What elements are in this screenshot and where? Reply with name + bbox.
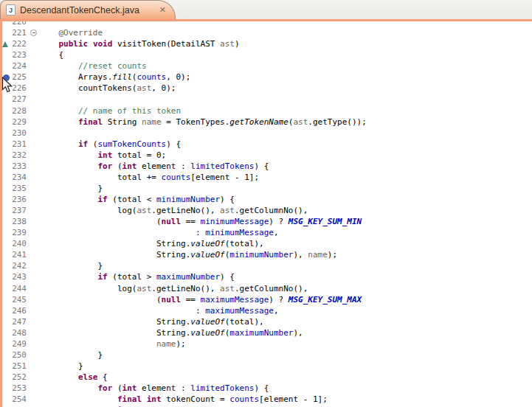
code-token: (total), (225, 317, 264, 327)
code-line[interactable]: 250 } (2, 349, 532, 361)
code-line[interactable]: 227 (2, 94, 532, 105)
code-line[interactable]: 251 } (2, 361, 532, 372)
fold-cell (30, 271, 39, 282)
code-token: public (59, 39, 89, 49)
code-token: null (162, 295, 182, 305)
code-token: total = 0; (112, 150, 166, 160)
code-line[interactable]: 246 : maximumMessage, (2, 305, 532, 316)
line-number: 228 (10, 105, 30, 116)
code-token: ( (39, 295, 162, 305)
code-token (88, 39, 93, 49)
code-line[interactable]: 223 { (2, 49, 532, 60)
code-token: ( (112, 161, 122, 171)
code-line[interactable]: 222 public void visitToken(DetailAST ast… (2, 38, 532, 49)
code-token: ) { (220, 195, 235, 204)
code-token: { (39, 50, 63, 60)
code-line[interactable]: 254 final int tokenCount = counts[elemen… (2, 394, 532, 405)
code-line[interactable]: 244 log(ast.getLineNo(), ast.getColumnNo… (2, 283, 532, 294)
code-line[interactable]: 231 if (sumTokenCounts) { (2, 139, 532, 150)
code-line[interactable]: 242 } (2, 260, 532, 271)
fold-cell (30, 227, 39, 238)
code-token: .getType()); (308, 117, 366, 127)
code-token: , (274, 306, 279, 316)
line-number: 235 (10, 183, 30, 194)
code-line[interactable]: 236 if (total < minimumNumber) { (2, 194, 532, 205)
code-line[interactable]: 253 for (int element : limitedTokens) { (2, 383, 532, 394)
code-token (39, 139, 78, 149)
editor-tab[interactable]: J DescendantTokenCheck.java ✕ (0, 0, 176, 19)
gutter-marker-cell (2, 271, 10, 282)
code-line[interactable]: 235 } (2, 183, 532, 194)
code-line[interactable]: 220 (2, 21, 532, 27)
code-text: } (39, 260, 103, 271)
code-token: ast (220, 39, 235, 49)
code-line[interactable]: 221 @Override (2, 27, 532, 38)
code-line[interactable]: 239 : minimumMessage, (2, 227, 532, 238)
code-line[interactable]: 252 else { (2, 372, 532, 383)
code-token: ast (137, 284, 151, 293)
code-line[interactable]: 234 total += counts[element - 1]; (2, 172, 532, 183)
code-line[interactable]: 229 final String name = TokenTypes.getTo… (2, 116, 532, 128)
code-text: : maximumMessage, (39, 305, 279, 316)
code-line[interactable]: 228 // name of this token (2, 105, 532, 116)
gutter-marker-cell (2, 205, 10, 216)
code-token: minimumNumber (229, 250, 293, 260)
line-number: 243 (10, 271, 30, 282)
fold-cell (30, 172, 39, 183)
code-token: ) ? (269, 217, 289, 226)
code-editor[interactable]: 220221 @Override222 public void visitTok… (2, 21, 532, 407)
code-token: ast (137, 83, 151, 93)
gutter-marker-cell (2, 161, 10, 172)
gutter-marker-cell (2, 349, 10, 361)
code-line[interactable]: 226 countTokens(ast, 0); (2, 83, 532, 94)
code-line[interactable]: 240 String.valueOf(total), (2, 238, 532, 249)
code-line[interactable]: 241 String.valueOf(minimumNumber), name)… (2, 249, 532, 260)
line-number: 250 (10, 349, 30, 361)
code-token: MSG_KEY_SUM_MAX (289, 295, 362, 305)
code-token: minimumMessage (205, 228, 274, 237)
code-text: log(ast.getLineNo(), ast.getColumnNo(), (39, 283, 308, 294)
fold-collapse-icon[interactable] (30, 29, 37, 36)
code-line[interactable]: 248 String.valueOf(maximumNumber), (2, 327, 532, 338)
fold-cell (30, 49, 39, 60)
code-token: String. (39, 239, 190, 248)
code-token: maximumMessage (201, 295, 269, 305)
code-line[interactable]: 247 String.valueOf(total), (2, 316, 532, 327)
close-icon[interactable]: ✕ (159, 5, 166, 15)
code-token: else (78, 372, 98, 382)
code-token: for (97, 161, 112, 171)
code-line[interactable]: 249 name); (2, 338, 532, 349)
line-number: 230 (10, 128, 30, 139)
code-line[interactable]: 224 //reset counts (2, 60, 532, 72)
code-text: //reset counts (39, 60, 147, 72)
code-token: ) { (254, 383, 269, 393)
code-line[interactable]: 232 int total = 0; (2, 150, 532, 161)
code-token: getTokenName (229, 117, 288, 127)
code-line[interactable]: 225 Arrays.fill(counts, 0); (2, 72, 532, 83)
code-line[interactable]: 233 for (int element : limitedTokens) { (2, 161, 532, 172)
code-line[interactable]: 238 (null == minimumMessage) ? MSG_KEY_S… (2, 216, 532, 227)
code-text: name); (39, 338, 186, 349)
line-number: 246 (10, 305, 30, 316)
code-line[interactable]: 237 log(ast.getLineNo(), ast.getColumnNo… (2, 205, 532, 216)
code-token: maximumNumber (229, 328, 293, 338)
code-token: } (39, 261, 103, 271)
code-token: for (97, 383, 112, 393)
fold-cell (30, 394, 39, 405)
gutter-marker-cell (2, 305, 10, 316)
override-marker-icon (2, 41, 8, 47)
code-line[interactable]: 245 (null == maximumMessage) ? MSG_KEY_S… (2, 294, 532, 305)
line-number: 248 (10, 327, 30, 338)
line-number: 247 (10, 316, 30, 327)
code-token: == (181, 217, 201, 226)
code-token: MSG_KEY_SUM_MIN (289, 217, 362, 226)
code-token (39, 161, 97, 171)
fold-cell (30, 249, 39, 260)
code-text: (null == maximumMessage) ? MSG_KEY_SUM_M… (39, 294, 362, 305)
code-text: String.valueOf(minimumNumber), name); (39, 249, 337, 260)
code-line[interactable]: 243 if (total > maximumNumber) { (2, 271, 532, 282)
gutter-marker-cell (2, 60, 10, 72)
code-token: maximumMessage (205, 306, 274, 316)
code-line[interactable]: 230 (2, 128, 532, 139)
code-token: counts (162, 173, 191, 182)
